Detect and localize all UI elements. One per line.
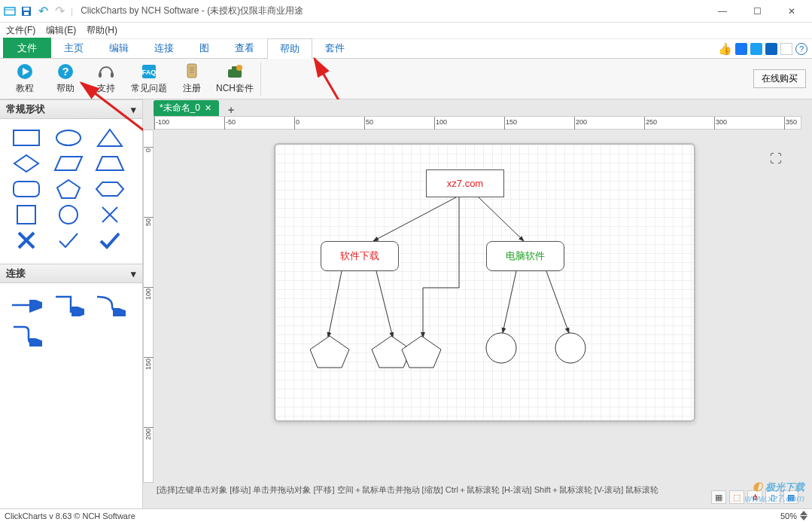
zoom-down-icon[interactable] [800, 516, 807, 520]
node-right[interactable]: 电脑软件 [486, 241, 564, 271]
tab-help[interactable]: 帮助 [267, 38, 312, 59]
shape-diamond[interactable] [11, 152, 42, 175]
node-pentagon-3[interactable] [399, 334, 444, 371]
menu-file[interactable]: 文件(F) [6, 24, 35, 37]
shape-parallelogram[interactable] [53, 152, 84, 175]
twitter-icon[interactable] [750, 43, 762, 55]
register-button[interactable]: 注册 [172, 61, 212, 97]
help-button[interactable]: ? 帮助 [45, 61, 86, 97]
faq-button[interactable]: FAQ 常见问题 [126, 61, 172, 97]
shape-check-thick[interactable] [94, 229, 126, 252]
shape-hexagon[interactable] [94, 178, 126, 200]
svg-marker-25 [14, 155, 38, 172]
window-title: ClickCharts by NCH Software - (未授权)仅限非商业… [81, 5, 303, 17]
minimize-button[interactable]: — [705, 0, 740, 23]
tab-home[interactable]: 主页 [51, 38, 96, 58]
fullscreen-icon[interactable]: ⛶ [770, 152, 782, 166]
tab-view[interactable]: 查看 [222, 38, 267, 58]
tab-suite[interactable]: 套件 [312, 38, 357, 58]
undo-icon[interactable]: ↶ [36, 5, 50, 18]
facebook-icon[interactable] [735, 43, 747, 55]
svg-line-41 [376, 271, 393, 337]
tab-close-icon[interactable]: ✕ [205, 103, 211, 113]
shape-square[interactable] [11, 203, 42, 226]
node-pentagon-1[interactable] [307, 334, 352, 371]
document-tabstrip: *未命名_0✕ + [143, 99, 812, 116]
shape-x[interactable] [94, 203, 126, 226]
linkedin-icon[interactable] [765, 43, 777, 55]
redo-icon[interactable]: ↷ [53, 5, 66, 18]
dropdown-icon[interactable] [780, 43, 792, 55]
shape-x-thick[interactable] [11, 229, 42, 252]
nch-label: NCH套件 [216, 82, 254, 95]
svg-marker-27 [96, 157, 123, 170]
register-label: 注册 [183, 82, 201, 95]
version-text: ClickCharts v 8.63 © NCH Software [5, 511, 135, 520]
save-icon[interactable] [20, 5, 33, 18]
shape-trapezoid[interactable] [94, 152, 126, 175]
tool-1[interactable]: ▦ [711, 490, 726, 504]
tab-edit[interactable]: 编辑 [96, 38, 141, 58]
vertical-ruler: 050100150200 [143, 130, 154, 483]
page[interactable]: xz7.com 软件下载 电脑软件 [274, 143, 695, 422]
menubar: 文件(F) 编辑(E) 帮助(H) [0, 23, 812, 39]
connector-elbow[interactable] [53, 294, 84, 316]
zoom-up-icon[interactable] [800, 511, 807, 515]
svg-rect-13 [187, 64, 196, 78]
tab-connect[interactable]: 连接 [141, 38, 187, 58]
sidebar: 常规形状▾ 连接▾ [0, 99, 143, 508]
canvas-area: *未命名_0✕ + -100-50050100150200250300350 0… [143, 99, 812, 508]
shape-check[interactable] [53, 229, 84, 252]
node-left[interactable]: 软件下载 [321, 241, 399, 271]
connector-rounded-elbow[interactable] [11, 324, 42, 346]
shape-triangle[interactable] [94, 127, 126, 149]
tutorial-button[interactable]: 教程 [5, 61, 45, 97]
tab-file[interactable]: 文件 [3, 38, 51, 58]
tool-4[interactable]: ▯ [765, 490, 780, 504]
connect-header[interactable]: 连接▾ [0, 264, 142, 283]
support-button[interactable]: 支持 [86, 61, 126, 97]
tool-2[interactable]: ⬚ [729, 490, 744, 504]
menu-edit[interactable]: 编辑(E) [46, 24, 76, 37]
svg-marker-29 [57, 180, 80, 198]
shape-pentagon[interactable] [53, 178, 84, 200]
statusbar: ClickCharts v 8.63 © NCH Software 50% [0, 508, 812, 522]
add-tab-button[interactable]: + [224, 104, 239, 116]
menu-help[interactable]: 帮助(H) [87, 24, 117, 37]
help-icon[interactable]: ? [795, 43, 807, 55]
zoom-value: 50% [780, 511, 797, 520]
connector-curve[interactable] [94, 294, 126, 316]
titlebar: ↶ ↷ | ClickCharts by NCH Software - (未授权… [0, 0, 812, 23]
zoom-control[interactable]: 50% [780, 511, 807, 520]
node-circle-2[interactable] [554, 331, 587, 365]
tool-3[interactable]: ⋔ [747, 490, 762, 504]
shape-rounded-rect[interactable] [11, 178, 42, 200]
svg-point-47 [486, 333, 516, 363]
maximize-button[interactable]: ☐ [740, 0, 774, 23]
ribbon-tabs: 文件 主页 编辑 连接 图 查看 帮助 套件 👍 ? [0, 39, 812, 59]
shape-ellipse[interactable] [53, 127, 84, 149]
svg-marker-30 [96, 182, 123, 196]
tutorial-label: 教程 [16, 82, 34, 95]
svg-point-19 [236, 65, 242, 71]
nch-suite-button[interactable]: NCH套件 [212, 61, 257, 97]
node-circle-1[interactable] [485, 331, 518, 365]
shapes-header[interactable]: 常规形状▾ [0, 99, 142, 119]
tool-5[interactable]: ▦ [783, 490, 798, 504]
buy-online-button[interactable]: 在线购买 [753, 69, 806, 88]
thumbsup-icon[interactable]: 👍 [718, 42, 732, 56]
shape-rectangle[interactable] [11, 127, 42, 149]
canvas[interactable]: ⛶ xz7.com 软件下载 电脑软件 [154, 130, 801, 483]
shape-circle[interactable] [53, 203, 84, 226]
connector-straight[interactable] [11, 294, 42, 316]
document-tab[interactable]: *未命名_0✕ [154, 100, 219, 116]
svg-point-23 [56, 130, 81, 145]
svg-line-43 [546, 271, 569, 333]
tab-diagram[interactable]: 图 [187, 38, 222, 58]
svg-text:?: ? [62, 65, 68, 78]
close-button[interactable]: ✕ [774, 0, 809, 23]
svg-line-40 [328, 271, 342, 337]
svg-marker-46 [402, 336, 441, 368]
svg-rect-22 [14, 130, 39, 145]
node-root[interactable]: xz7.com [426, 169, 504, 197]
